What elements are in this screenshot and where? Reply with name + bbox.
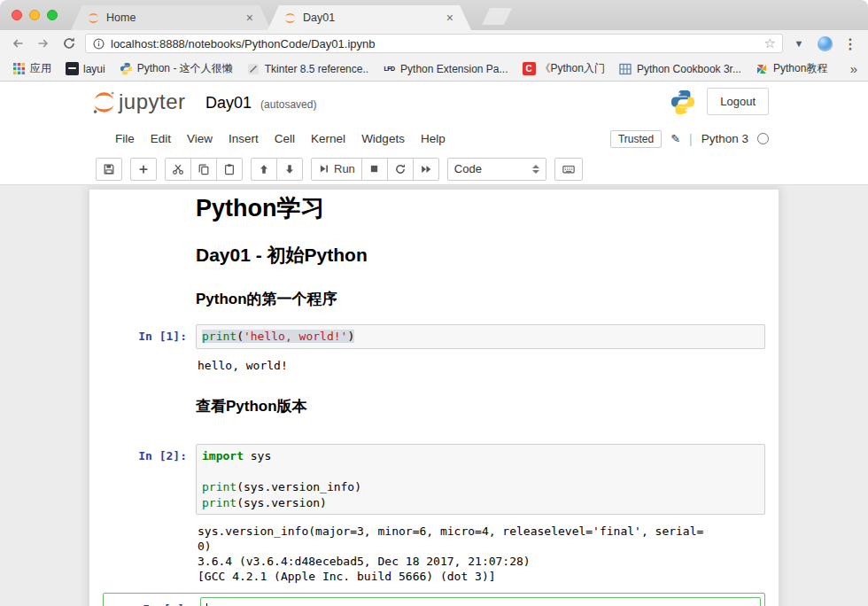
browser-window: Home × Day01 × localhost:8888/notebooks/… [0, 0, 868, 606]
trusted-badge[interactable]: Trusted [610, 130, 662, 148]
menu-item-help[interactable]: Help [413, 127, 453, 151]
interrupt-kernel-button[interactable] [361, 158, 388, 181]
url-bar-row: localhost:8888/notebooks/PythonCode/Day0… [0, 30, 868, 57]
tab-close-icon[interactable]: × [445, 12, 455, 24]
markdown-cell-title[interactable]: Python学习 [196, 195, 765, 221]
code-input[interactable]: print('hello, world!') [196, 324, 765, 349]
add-cell-button[interactable] [130, 158, 157, 181]
traffic-minimize-button[interactable] [29, 10, 40, 20]
code-input[interactable]: import sys print(sys.version_info) print… [196, 444, 765, 515]
heading-3: 查看Python版本 [196, 399, 765, 416]
bookmark-item-tkinter[interactable]: Tkinter 8.5 reference.. [242, 59, 374, 78]
arrow-down-icon [283, 163, 296, 175]
plus-icon [137, 163, 150, 175]
copy-icon [198, 163, 210, 175]
bookmarks-bar: 应用 layui Python - 这个人很懒 Tkinter 8.5 refe… [0, 57, 868, 82]
bookmark-item-python-intro[interactable]: C 《Python入门 [517, 58, 610, 79]
copy-cell-button[interactable] [190, 158, 217, 181]
menu-item-widgets[interactable]: Widgets [353, 127, 413, 151]
bookmark-item-python-tutorial[interactable]: Python教程 [750, 58, 833, 79]
markdown-cell-first-program[interactable]: Python的第一个程序 [196, 291, 765, 308]
output-text: 3.6.4 (v3.6.4:d48ecebad5, Dec 18 2017, 2… [198, 554, 763, 569]
save-icon [103, 163, 115, 175]
menu-item-cell[interactable]: Cell [267, 127, 303, 151]
tab-home[interactable]: Home × [71, 5, 271, 30]
heading-3: Python的第一个程序 [196, 291, 765, 308]
python-icon [120, 62, 133, 75]
cell-type-value: Code [454, 162, 482, 175]
refresh-button[interactable] [59, 34, 79, 53]
jupyter-logo[interactable]: jupyter [92, 89, 186, 114]
markdown-cell-check-version[interactable]: 查看Python版本 [196, 399, 765, 416]
code-cell-3-empty: In [ ]: [103, 593, 765, 606]
traffic-zoom-button[interactable] [47, 10, 58, 20]
bookmark-label: Python Extension Pa... [400, 63, 508, 75]
heading-2: Day01 - 初始Python [196, 245, 765, 265]
tab-title: Home [106, 12, 244, 24]
menu-item-edit[interactable]: Edit [143, 127, 179, 151]
output-text: hello, world! [198, 358, 763, 373]
url-input[interactable]: localhost:8888/notebooks/PythonCode/Day0… [85, 34, 783, 53]
bookmark-label: Tkinter 8.5 reference.. [265, 63, 368, 75]
kernel-name: Python 3 [701, 132, 748, 145]
kernel-idle-icon [757, 133, 769, 144]
traffic-close-button[interactable] [12, 10, 22, 20]
cut-cell-button[interactable] [165, 158, 191, 181]
bookmark-star-icon[interactable]: ☆ [764, 35, 776, 51]
move-cell-down-button[interactable] [276, 158, 303, 181]
tutorial-pinwheel-icon [756, 62, 769, 75]
notebook-container: Python学习 Day01 - 初始Python Python的第一个程序 I… [89, 189, 779, 606]
output-prompt [103, 357, 196, 374]
save-button[interactable] [96, 158, 122, 181]
bookmark-item-apps[interactable]: 应用 [7, 58, 57, 79]
code-input[interactable] [200, 597, 761, 606]
output-text: sys.version_info(major=3, minor=6, micro… [198, 524, 763, 539]
command-palette-button[interactable] [554, 158, 583, 181]
restart-run-all-button[interactable] [413, 158, 439, 181]
tab-close-icon[interactable]: × [244, 12, 255, 24]
globe-extension-icon[interactable] [815, 34, 834, 53]
notebook-title[interactable]: Day01 [205, 94, 252, 113]
c-badge-icon: C [523, 62, 536, 75]
output-text: [GCC 4.2.1 (Apple Inc. build 5666) (dot … [198, 569, 763, 584]
page-info-icon[interactable] [92, 37, 105, 50]
markdown-cell-day01[interactable]: Day01 - 初始Python [196, 245, 765, 265]
edit-pencil-icon: ✎ [670, 132, 680, 145]
bookmark-item-python-extension[interactable]: LFD Python Extension Pa... [377, 59, 513, 78]
scissors-icon [172, 163, 184, 175]
restart-kernel-button[interactable] [387, 158, 414, 181]
logout-button[interactable]: Logout [707, 88, 769, 115]
bookmark-item-cookbook[interactable]: Python Cookbook 3r... [614, 59, 747, 78]
notebook-status-group: Trusted ✎ | Python 3 [610, 124, 769, 153]
paste-cell-button[interactable] [216, 158, 243, 181]
bookmark-item-layui[interactable]: layui [60, 59, 111, 78]
notebook-title-group: Day01 (autosaved) [205, 94, 316, 113]
menu-item-insert[interactable]: Insert [221, 127, 267, 151]
output-area-2: sys.version_info(major=3, minor=6, micro… [103, 523, 765, 585]
down-triangle-extension-icon[interactable]: ▼ [789, 34, 809, 53]
bookmarks-overflow-icon[interactable]: » [847, 61, 861, 76]
tab-day01[interactable]: Day01 × [267, 5, 471, 30]
back-button[interactable] [8, 34, 27, 53]
menu-item-kernel[interactable]: Kernel [303, 127, 353, 151]
layui-icon [66, 62, 79, 75]
fast-forward-icon [420, 163, 432, 175]
menu-bar: File Edit View Insert Cell Kernel Widget… [0, 124, 868, 153]
browser-menu-icon[interactable]: ⋮ [841, 34, 860, 53]
jupyter-logo-text: jupyter [119, 89, 186, 114]
url-text[interactable]: localhost:8888/notebooks/PythonCode/Day0… [111, 37, 759, 50]
run-button[interactable]: Run [311, 158, 362, 181]
cell-type-select[interactable]: Code [447, 158, 546, 181]
bookmark-item-python-blog[interactable]: Python - 这个人很懒 [114, 58, 238, 79]
tab-bar: Home × Day01 × [0, 0, 868, 30]
jupyter-logo-icon [92, 90, 116, 114]
move-cell-up-button[interactable] [251, 158, 277, 181]
output-text: 0) [198, 539, 763, 554]
forward-button[interactable] [34, 34, 53, 53]
new-tab-button[interactable] [482, 8, 512, 25]
notebook-toolbar: Run Code [0, 153, 868, 185]
restart-icon [394, 163, 407, 175]
menu-item-file[interactable]: File [107, 127, 143, 151]
menu-item-view[interactable]: View [179, 127, 221, 151]
back-icon [11, 36, 25, 50]
